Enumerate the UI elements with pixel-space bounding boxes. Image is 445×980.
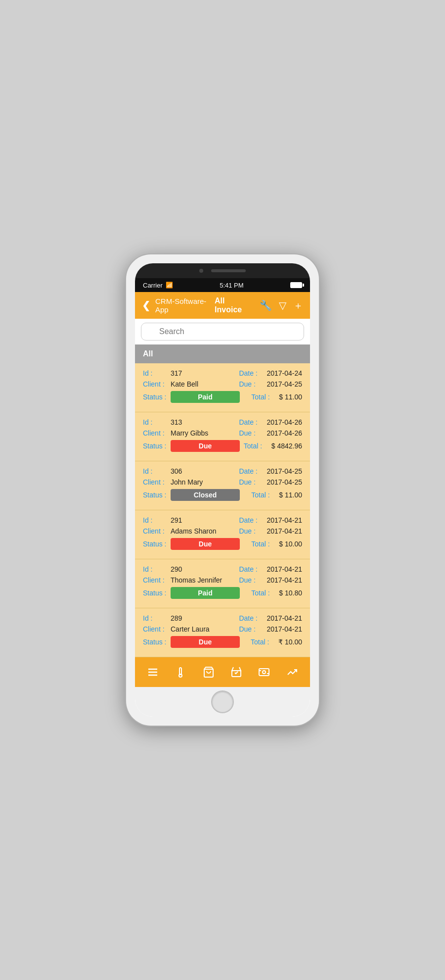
section-header: All xyxy=(135,344,310,363)
wrench-icon[interactable]: 🔧 xyxy=(260,299,272,311)
client-value: Carter Laura xyxy=(171,625,210,633)
invoice-row-id-date: Id : 290 Date : 2017-04-21 xyxy=(143,565,302,573)
svg-rect-7 xyxy=(259,669,269,676)
invoice-row-client-due: Client : Carter Laura Due : 2017-04-21 xyxy=(143,625,302,633)
invoice-id-field: Id : 317 xyxy=(143,369,182,377)
total-label: Total : xyxy=(251,491,277,499)
id-value: 306 xyxy=(171,467,182,475)
invoice-status-field: Status : Due xyxy=(143,636,240,648)
add-icon[interactable]: ＋ xyxy=(293,299,303,312)
invoice-row-client-due: Client : Adams Sharon Due : 2017-04-21 xyxy=(143,527,302,535)
invoice-status-field: Status : Closed xyxy=(143,489,240,501)
status-label: Status : xyxy=(143,491,169,499)
id-label: Id : xyxy=(143,565,169,573)
invoice-card[interactable]: Id : 313 Date : 2017-04-26 Client : Marr… xyxy=(135,412,310,461)
due-label: Due : xyxy=(239,429,265,437)
back-button[interactable]: ❮ xyxy=(142,299,150,311)
status-label: Status : xyxy=(143,540,169,548)
invoice-client-field: Client : Kate Bell xyxy=(143,380,198,388)
invoice-status-field: Status : Due xyxy=(143,538,240,550)
invoice-card[interactable]: Id : 290 Date : 2017-04-21 Client : Thom… xyxy=(135,559,310,608)
tab-thermometer[interactable] xyxy=(167,666,194,678)
invoice-id-field: Id : 313 xyxy=(143,418,182,426)
total-value: $ 11.00 xyxy=(279,393,302,401)
total-label: Total : xyxy=(251,589,277,597)
phone-screen: Carrier 📶 5:41 PM ❮ CRM-Software-App All… xyxy=(135,263,310,717)
client-label: Client : xyxy=(143,478,169,486)
status-badge: Due xyxy=(171,538,240,550)
total-value: $ 4842.96 xyxy=(271,442,302,450)
invoice-date-field: Date : 2017-04-21 xyxy=(239,614,302,622)
client-label: Client : xyxy=(143,380,169,388)
id-value: 317 xyxy=(171,369,182,377)
invoice-client-field: Client : John Mary xyxy=(143,478,203,486)
invoice-total-field: Total : $ 11.00 xyxy=(251,491,302,499)
page-title-label: All Invoice xyxy=(215,296,249,314)
invoice-row-client-due: Client : John Mary Due : 2017-04-25 xyxy=(143,478,302,486)
invoice-status-field: Status : Paid xyxy=(143,391,240,403)
invoice-card[interactable]: Id : 317 Date : 2017-04-24 Client : Kate… xyxy=(135,363,310,412)
svg-point-4 xyxy=(179,674,182,677)
date-label: Date : xyxy=(239,467,265,475)
search-input[interactable] xyxy=(141,323,304,341)
invoice-client-field: Client : Thomas Jennifer xyxy=(143,576,222,584)
invoice-due-field: Due : 2017-04-21 xyxy=(239,625,302,633)
status-badge: Paid xyxy=(171,587,240,599)
tab-chart[interactable] xyxy=(278,666,306,678)
date-label: Date : xyxy=(239,418,265,426)
invoice-client-field: Client : Carter Laura xyxy=(143,625,210,633)
invoice-row-status-total: Status : Paid Total : $ 10.80 xyxy=(143,587,302,599)
invoice-total-field: Total : $ 10.00 xyxy=(251,540,302,548)
status-badge: Paid xyxy=(171,391,240,403)
id-label: Id : xyxy=(143,516,169,524)
svg-rect-3 xyxy=(179,668,181,675)
id-value: 291 xyxy=(171,516,182,524)
client-label: Client : xyxy=(143,429,169,437)
filter-icon[interactable]: ▽ xyxy=(279,299,286,311)
status-label: Status : xyxy=(143,393,169,401)
invoice-due-field: Due : 2017-04-25 xyxy=(239,380,302,388)
invoice-date-field: Date : 2017-04-21 xyxy=(239,565,302,573)
due-value: 2017-04-21 xyxy=(267,625,302,633)
invoice-card[interactable]: Id : 291 Date : 2017-04-21 Client : Adam… xyxy=(135,510,310,559)
invoice-client-field: Client : Marry Gibbs xyxy=(143,429,208,437)
invoice-due-field: Due : 2017-04-26 xyxy=(239,429,302,437)
due-value: 2017-04-26 xyxy=(267,429,302,437)
date-value: 2017-04-21 xyxy=(267,565,302,573)
id-label: Id : xyxy=(143,467,169,475)
search-wrapper: 🔍 xyxy=(141,323,304,341)
tab-basket[interactable] xyxy=(222,666,250,678)
date-label: Date : xyxy=(239,614,265,622)
date-value: 2017-04-24 xyxy=(267,369,302,377)
invoice-row-client-due: Client : Thomas Jennifer Due : 2017-04-2… xyxy=(143,576,302,584)
invoice-total-field: Total : ₹ 10.00 xyxy=(251,638,302,646)
invoice-card[interactable]: Id : 289 Date : 2017-04-21 Client : Cart… xyxy=(135,608,310,657)
invoice-total-field: Total : $ 4842.96 xyxy=(244,442,302,450)
tab-cart1[interactable] xyxy=(195,666,222,678)
invoice-id-field: Id : 291 xyxy=(143,516,182,524)
invoice-date-field: Date : 2017-04-21 xyxy=(239,516,302,524)
total-value: $ 10.80 xyxy=(279,589,302,597)
invoice-status-field: Status : Paid xyxy=(143,587,240,599)
date-value: 2017-04-21 xyxy=(267,614,302,622)
home-button[interactable] xyxy=(211,690,234,713)
status-label: Status : xyxy=(143,442,169,450)
due-label: Due : xyxy=(239,380,265,388)
client-value: Marry Gibbs xyxy=(171,429,208,437)
total-label: Total : xyxy=(251,638,276,646)
tab-money[interactable] xyxy=(250,666,278,678)
speaker-bar xyxy=(211,269,246,272)
id-value: 290 xyxy=(171,565,182,573)
tab-list[interactable] xyxy=(139,666,167,678)
phone-frame: Carrier 📶 5:41 PM ❮ CRM-Software-App All… xyxy=(126,254,319,726)
svg-point-8 xyxy=(263,671,266,674)
client-label: Client : xyxy=(143,527,169,535)
invoice-total-field: Total : $ 11.00 xyxy=(251,393,302,401)
invoice-due-field: Due : 2017-04-25 xyxy=(239,478,302,486)
invoice-card[interactable]: Id : 306 Date : 2017-04-25 Client : John… xyxy=(135,461,310,510)
invoice-row-status-total: Status : Due Total : $ 10.00 xyxy=(143,538,302,550)
invoice-row-status-total: Status : Paid Total : $ 11.00 xyxy=(143,391,302,403)
invoice-row-id-date: Id : 291 Date : 2017-04-21 xyxy=(143,516,302,524)
phone-top-hardware xyxy=(135,263,310,278)
date-value: 2017-04-25 xyxy=(267,467,302,475)
